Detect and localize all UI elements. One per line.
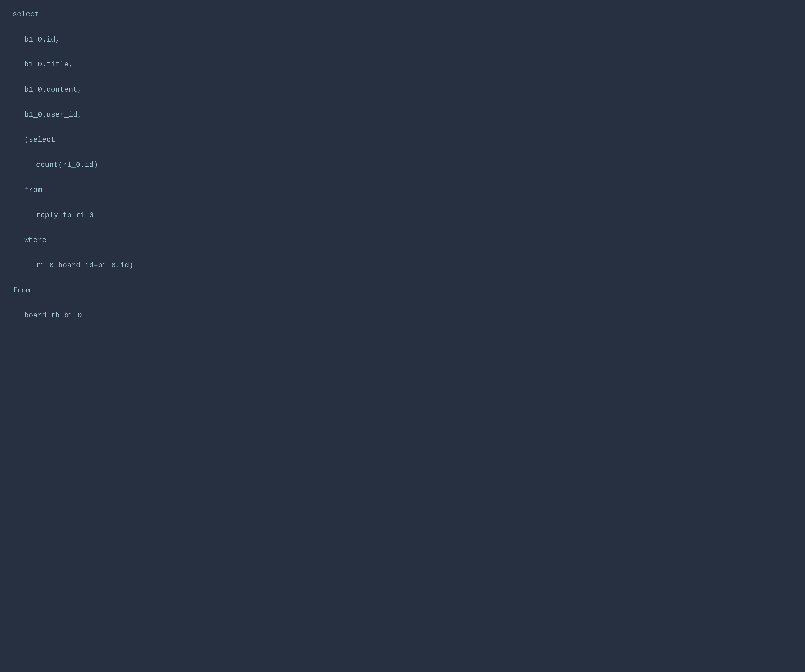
code-line: select <box>13 8 792 21</box>
code-line: b1_0.id, <box>13 34 792 46</box>
code-line: b1_0.content, <box>13 84 792 96</box>
code-line: r1_0.board_id=b1_0.id) <box>13 260 792 272</box>
code-line: b1_0.title, <box>13 59 792 71</box>
code-line: board_tb b1_0 <box>13 309 792 322</box>
code-line <box>13 272 792 284</box>
code-line <box>13 222 792 234</box>
code-line: count(r1_0.id) <box>13 159 792 171</box>
code-line: b1_0.user_id, <box>13 109 792 122</box>
sql-code-block: select b1_0.id, b1_0.title, b1_0.content… <box>13 8 792 322</box>
code-line <box>13 46 792 59</box>
code-line <box>13 146 792 159</box>
code-line: where <box>13 234 792 247</box>
code-line <box>13 247 792 260</box>
code-line <box>13 96 792 109</box>
code-line <box>13 21 792 34</box>
code-line: (select <box>13 134 792 146</box>
code-line <box>13 297 792 309</box>
code-line <box>13 171 792 184</box>
code-line: from <box>13 284 792 297</box>
code-line <box>13 71 792 84</box>
code-line: from <box>13 184 792 197</box>
code-line <box>13 197 792 209</box>
code-line <box>13 122 792 134</box>
code-line: reply_tb r1_0 <box>13 209 792 222</box>
